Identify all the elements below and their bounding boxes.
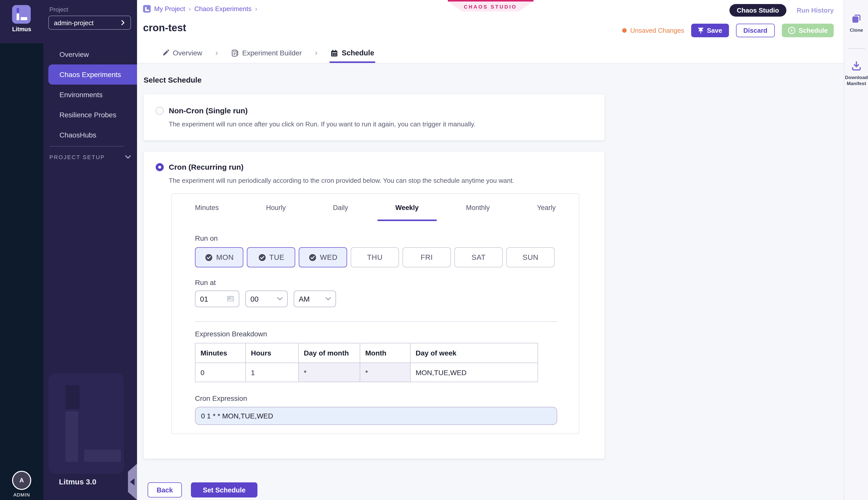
schedule-content: Select Schedule Non-Cron (Single run) Th… [137, 64, 844, 500]
download-icon [851, 60, 862, 71]
run-history-link[interactable]: Run History [797, 7, 834, 14]
litmus-watermark [48, 373, 124, 474]
divider [195, 321, 557, 322]
litmus-logo-icon[interactable] [12, 5, 31, 24]
play-circle-icon [788, 27, 796, 34]
meridiem-value: AM [299, 295, 310, 303]
download-label: DownloadManifest [845, 75, 868, 87]
col-header-day-of-week: Day of week [410, 343, 538, 363]
breadcrumb-item-my-project[interactable]: My Project [154, 5, 185, 13]
day-button-fri[interactable]: FRI [403, 247, 451, 268]
cron-description: The experiment will run periodically acc… [169, 177, 593, 184]
col-header-hours: Hours [246, 343, 298, 363]
unsaved-dot-icon [622, 28, 627, 33]
pencil-icon [162, 49, 169, 56]
cell-minutes: 0 [195, 363, 246, 382]
day-button-sat[interactable]: SAT [454, 247, 503, 268]
cell-hours: 1 [246, 363, 298, 382]
sidebar-collapse-button[interactable] [128, 464, 137, 500]
day-label: FRI [421, 253, 433, 261]
cron-radio[interactable] [156, 163, 164, 171]
project-setup-toggle[interactable]: PROJECT SETUP [49, 154, 131, 160]
hour-input[interactable]: 01 [195, 291, 239, 307]
col-header-minutes: Minutes [195, 343, 246, 363]
sidebar: Project admin-project Overview Chaos Exp… [43, 0, 137, 500]
clone-icon [851, 13, 862, 24]
tab-experiment-builder[interactable]: Experiment Builder [231, 43, 302, 63]
pin-icon [698, 27, 704, 34]
project-setup-label: PROJECT SETUP [49, 154, 105, 160]
cron-tab-hourly[interactable]: Hourly [266, 194, 286, 221]
day-label: WED [320, 253, 337, 261]
breadcrumb-separator: › [189, 5, 191, 13]
section-title: Select Schedule [144, 76, 844, 84]
clone-label: Clone [850, 27, 863, 33]
cron-card: Cron (Recurring run) The experiment will… [144, 151, 605, 459]
day-button-tue[interactable]: TUE [247, 247, 295, 268]
col-header-month: Month [360, 343, 410, 363]
breadcrumb-logo-icon [143, 5, 151, 13]
left-rail: Litmus A ADMIN [0, 0, 43, 500]
schedule-button-disabled[interactable]: Schedule [782, 24, 834, 37]
set-schedule-button[interactable]: Set Schedule [191, 482, 257, 498]
cron-tab-daily[interactable]: Daily [333, 194, 348, 221]
page-title: cron-test [143, 22, 186, 34]
run-at-label: Run at [195, 279, 556, 286]
day-button-mon[interactable]: MON [195, 247, 243, 268]
sidebar-item-resilience-probes[interactable]: Resilience Probes [43, 105, 137, 125]
breadcrumb: My Project › Chaos Experiments › [143, 5, 257, 13]
litmus-app: Litmus A ADMIN Project admin-project Ove… [0, 0, 868, 500]
page-header: My Project › Chaos Experiments › CHAOS S… [137, 0, 844, 64]
back-button[interactable]: Back [148, 482, 182, 498]
hour-value: 01 [200, 295, 208, 303]
logo-label: Litmus [0, 26, 43, 32]
chevron-right-icon [121, 20, 125, 25]
day-selector: MON TUE WED THU FRI [195, 247, 556, 268]
cron-expression-value[interactable]: 0 1 * * MON,TUE,WED [195, 407, 557, 425]
cron-tab-weekly[interactable]: Weekly [395, 194, 419, 221]
tab-overview[interactable]: Overview [162, 43, 202, 63]
right-toolbar: Clone DownloadManifest [844, 0, 868, 500]
chevron-down-icon [277, 297, 283, 300]
day-button-wed[interactable]: WED [299, 247, 347, 268]
tab-overview-label: Overview [173, 49, 202, 57]
minute-value: 00 [250, 295, 258, 303]
breadcrumb-item-chaos-experiments[interactable]: Chaos Experiments [194, 5, 252, 13]
main-area: My Project › Chaos Experiments › CHAOS S… [137, 0, 844, 500]
expression-breakdown-label: Expression Breakdown [195, 330, 556, 338]
chaos-studio-toggle[interactable]: Chaos Studio [729, 4, 787, 16]
sidebar-item-environments[interactable]: Environments [43, 84, 137, 105]
table-header-row: Minutes Hours Day of month Month Day of … [195, 343, 538, 363]
check-circle-icon [308, 253, 317, 262]
logo-area: Litmus [0, 0, 43, 43]
table-row: 0 1 * * MON,TUE,WED [195, 363, 538, 382]
day-button-sun[interactable]: SUN [506, 247, 555, 268]
save-button[interactable]: Save [691, 24, 729, 37]
ribbon-label: CHAOS STUDIO [448, 1, 533, 12]
download-manifest-button[interactable]: DownloadManifest [844, 60, 868, 87]
cron-tab-minutes[interactable]: Minutes [195, 194, 219, 221]
experiment-builder-icon [231, 49, 238, 57]
role-label: ADMIN [0, 492, 43, 498]
clone-button[interactable]: Clone [844, 13, 868, 33]
meridiem-select[interactable]: AM [294, 291, 336, 307]
unsaved-changes-badge: Unsaved Changes [622, 27, 684, 34]
cron-tab-monthly[interactable]: Monthly [466, 194, 490, 221]
studio-tabs: Overview › Experiment Builder › Schedule [137, 43, 374, 63]
cron-tab-yearly[interactable]: Yearly [537, 194, 556, 221]
schedule-label: Schedule [799, 27, 828, 34]
chevron-down-icon [325, 297, 331, 300]
sidebar-item-chaos-experiments[interactable]: Chaos Experiments [48, 65, 137, 84]
project-select[interactable]: admin-project [48, 15, 131, 30]
avatar[interactable]: A [12, 471, 31, 490]
day-label: SAT [472, 253, 486, 261]
sidebar-item-chaoshubs[interactable]: ChaosHubs [43, 125, 137, 145]
non-cron-radio[interactable] [156, 106, 164, 115]
minute-select[interactable]: 00 [245, 291, 288, 307]
sidebar-item-overview[interactable]: Overview [43, 44, 137, 65]
tab-schedule[interactable]: Schedule [331, 43, 374, 63]
cron-frequency-tabs: Minutes Hourly Daily Weekly Monthly Year… [172, 194, 579, 221]
tab-separator: › [315, 48, 318, 57]
discard-button[interactable]: Discard [736, 24, 775, 37]
day-button-thu[interactable]: THU [351, 247, 399, 268]
